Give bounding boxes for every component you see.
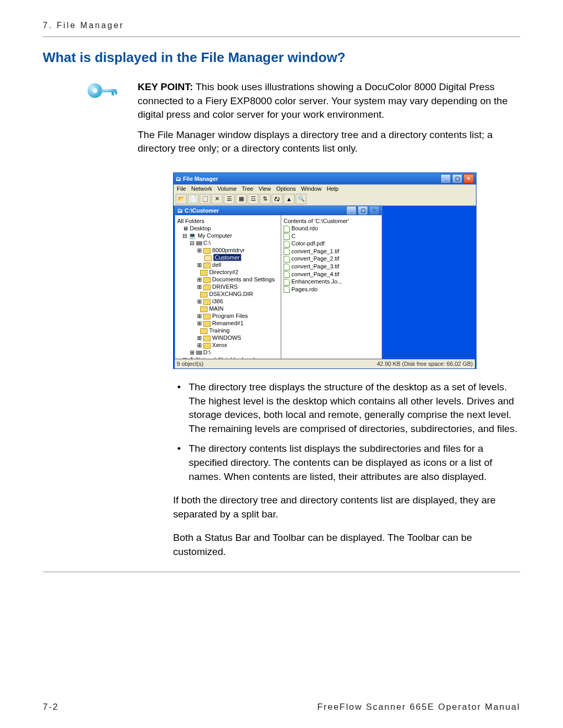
tree-network[interactable]: ⊞ 🖧 Network Neighborhood bbox=[177, 356, 278, 359]
toolbar-up-icon[interactable]: ▲ bbox=[284, 194, 295, 204]
toolbar: 📂 📄 📋 ✕ ☰ ▦ ☲ ⇅ 🗘 ▲ 🔍 bbox=[174, 193, 476, 206]
tree-root: All Folders bbox=[177, 217, 278, 225]
header-rule bbox=[43, 36, 520, 37]
keypoint-label: KEY POINT: bbox=[138, 81, 193, 92]
toolbar-refresh-icon[interactable]: 🗘 bbox=[272, 194, 283, 204]
bullet-item: The directory tree displays the structur… bbox=[173, 380, 520, 436]
tree-item[interactable]: ⊞ i386 bbox=[177, 298, 278, 305]
keypoint-paragraph: KEY POINT: This book uses illustrations … bbox=[138, 80, 520, 122]
close-button[interactable]: × bbox=[463, 174, 474, 183]
inner-close-button[interactable]: × bbox=[369, 206, 380, 215]
manual-name: FreeFlow Scanner 665E Operator Manual bbox=[317, 702, 520, 712]
keypoint-body: This book uses illustrations showing a D… bbox=[138, 81, 508, 120]
menu-help[interactable]: Help bbox=[327, 186, 339, 192]
svg-point-1 bbox=[92, 88, 97, 93]
svg-rect-4 bbox=[115, 92, 117, 94]
menu-options[interactable]: Options bbox=[276, 186, 296, 192]
page-number: 7-2 bbox=[43, 702, 59, 712]
contents-header: Contents of 'C:\Customer' bbox=[284, 217, 380, 225]
bullet-item: The directory contents list displays the… bbox=[173, 442, 520, 484]
tree-item[interactable]: MAIN bbox=[177, 305, 278, 312]
inner-titlebar[interactable]: 🗂 C:\Customer _ ▢ × bbox=[175, 206, 382, 215]
menu-network[interactable]: Network bbox=[191, 186, 212, 192]
tree-item[interactable]: DSEXCHNG.DIR bbox=[177, 290, 278, 298]
svg-rect-2 bbox=[101, 89, 117, 92]
list-item[interactable]: C bbox=[284, 232, 380, 240]
tree-item[interactable]: ⊞ DRIVERS bbox=[177, 283, 278, 290]
file-manager-window: 🗂 File Manager _ ▢ × File Network Volume… bbox=[173, 172, 476, 369]
body-copy: The directory tree displays the structur… bbox=[173, 380, 520, 559]
window-title: File Manager bbox=[183, 176, 218, 182]
tree-item[interactable]: Directory#2 bbox=[177, 268, 278, 276]
list-item[interactable]: Color-pdf.pdf bbox=[284, 240, 380, 248]
keypoint-text-block: KEY POINT: This book uses illustrations … bbox=[138, 80, 520, 162]
menu-bar: File Network Volume Tree View Options Wi… bbox=[174, 184, 476, 193]
page-footer: 7-2 FreeFlow Scanner 665E Operator Manua… bbox=[43, 702, 520, 712]
tree-item[interactable]: ⊞ Renamed#1 bbox=[177, 319, 278, 327]
list-item[interactable]: Pages.rdo bbox=[284, 286, 380, 293]
toolbar-delete-icon[interactable]: ✕ bbox=[212, 194, 223, 204]
svg-rect-3 bbox=[112, 92, 114, 95]
tree-item[interactable]: ⊞ 8000prntdrvr bbox=[177, 246, 278, 254]
section-heading: What is displayed in the File Manager wi… bbox=[43, 50, 520, 66]
intro-paragraph: The File Manager window displays a direc… bbox=[138, 128, 520, 156]
tree-item[interactable]: ⊞ Documents and Settings bbox=[177, 276, 278, 283]
toolbar-find-icon[interactable]: 🔍 bbox=[296, 194, 307, 204]
toolbar-properties-icon[interactable]: ☰ bbox=[224, 194, 235, 204]
tree-drive-d[interactable]: ⊞ D:\ bbox=[177, 349, 278, 356]
list-item[interactable]: Enhancements Jo... bbox=[284, 278, 380, 286]
list-item[interactable]: convert_Page_4.tif bbox=[284, 270, 380, 278]
menu-tree[interactable]: Tree bbox=[242, 186, 253, 192]
minimize-button[interactable]: _ bbox=[440, 174, 451, 183]
inner-minimize-button[interactable]: _ bbox=[346, 206, 357, 215]
paragraph-split: If both the directory tree and directory… bbox=[173, 493, 520, 521]
key-icon bbox=[43, 80, 121, 101]
toolbar-large-icons-icon[interactable]: ▦ bbox=[236, 194, 247, 204]
directory-contents[interactable]: Contents of 'C:\Customer' Bound.rdo C Co… bbox=[282, 215, 382, 359]
chapter-label: 7. File Manager bbox=[43, 21, 124, 30]
tree-item[interactable]: ⊞ dell bbox=[177, 261, 278, 268]
inner-window: 🗂 C:\Customer _ ▢ × All Folders 🖥 Deskto… bbox=[175, 205, 382, 359]
toolbar-open-icon[interactable]: 📂 bbox=[176, 194, 187, 204]
app-icon: 🗂 bbox=[176, 176, 181, 182]
status-disk-space: 42.90 KB (Disk free space: 66.02 GB) bbox=[377, 361, 473, 367]
list-item[interactable]: convert_Page_3.tif bbox=[284, 263, 380, 270]
tree-item[interactable]: ⊞ Program Files bbox=[177, 312, 278, 319]
chapter-header: 7. File Manager bbox=[43, 21, 520, 30]
menu-view[interactable]: View bbox=[259, 186, 271, 192]
list-item[interactable]: convert_Page_2.tif bbox=[284, 255, 380, 263]
menu-volume[interactable]: Volume bbox=[217, 186, 237, 192]
inner-maximize-button[interactable]: ▢ bbox=[358, 206, 368, 215]
status-object-count: 9 object(s) bbox=[177, 361, 203, 367]
tree-my-computer[interactable]: ⊟ 💻 My Computer bbox=[177, 232, 278, 239]
toolbar-sort-icon[interactable]: ⇅ bbox=[260, 194, 271, 204]
menu-file[interactable]: File bbox=[177, 186, 186, 192]
tree-item[interactable]: Training bbox=[177, 327, 278, 334]
directory-tree[interactable]: All Folders 🖥 Desktop ⊟ 💻 My Computer ⊟ … bbox=[175, 215, 282, 359]
menu-window[interactable]: Window bbox=[301, 186, 322, 192]
inner-title-text: C:\Customer bbox=[185, 207, 219, 214]
status-bar: 9 object(s) 42.90 KB (Disk free space: 6… bbox=[175, 359, 475, 368]
footer-rule bbox=[43, 572, 520, 572]
toolbar-details-icon[interactable]: ☲ bbox=[248, 194, 259, 204]
file-manager-titlebar[interactable]: 🗂 File Manager _ ▢ × bbox=[174, 173, 476, 184]
toolbar-copy-icon[interactable]: 📄 bbox=[188, 194, 199, 204]
keypoint-row: KEY POINT: This book uses illustrations … bbox=[43, 80, 520, 162]
toolbar-paste-icon[interactable]: 📋 bbox=[200, 194, 211, 204]
paragraph-status: Both a Status Bar and Toolbar can be dis… bbox=[173, 531, 520, 559]
tree-item[interactable]: ⊞ WINDOWS bbox=[177, 334, 278, 341]
tree-desktop[interactable]: 🖥 Desktop bbox=[177, 225, 278, 232]
maximize-button[interactable]: ▢ bbox=[452, 174, 462, 183]
tree-drive-c[interactable]: ⊟ C:\ bbox=[177, 239, 278, 246]
list-item[interactable]: convert_Page_1.tif bbox=[284, 248, 380, 255]
tree-item-selected[interactable]: Customer bbox=[177, 254, 278, 261]
inner-app-icon: 🗂 bbox=[177, 207, 183, 214]
tree-item[interactable]: ⊞ Xerox bbox=[177, 341, 278, 349]
list-item[interactable]: Bound.rdo bbox=[284, 225, 380, 232]
inner-body: All Folders 🖥 Desktop ⊟ 💻 My Computer ⊟ … bbox=[175, 215, 382, 359]
